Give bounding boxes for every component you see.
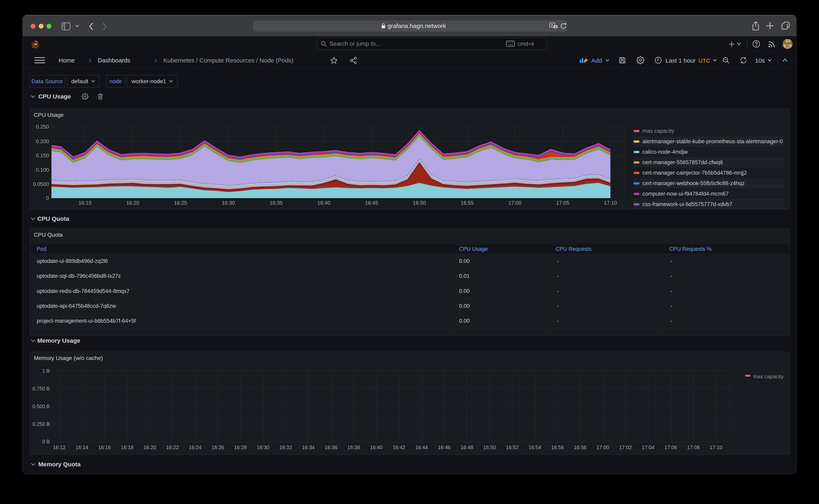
svg-text:0.250: 0.250	[36, 124, 49, 130]
svg-text:16:40: 16:40	[370, 445, 383, 450]
svg-text:16:52: 16:52	[506, 445, 519, 450]
svg-text:文: 文	[555, 26, 557, 28]
svg-text:16:30: 16:30	[222, 200, 235, 206]
svg-text:0 B: 0 B	[42, 439, 50, 444]
svg-text:16:50: 16:50	[413, 200, 426, 206]
svg-text:16:15: 16:15	[78, 200, 91, 206]
svg-text:16:38: 16:38	[347, 445, 360, 450]
svg-text:17:00: 17:00	[508, 200, 521, 206]
svg-text:16:54: 16:54	[529, 445, 541, 450]
svg-text:0.200: 0.200	[36, 138, 49, 144]
svg-text:17:00: 17:00	[597, 445, 609, 450]
svg-text:0.500 B: 0.500 B	[32, 403, 50, 409]
svg-text:16:35: 16:35	[269, 200, 282, 206]
svg-text:0.750 B: 0.750 B	[32, 386, 50, 391]
svg-text:16:55: 16:55	[461, 200, 474, 206]
svg-text:16:34: 16:34	[302, 445, 315, 450]
svg-text:16:45: 16:45	[365, 200, 378, 206]
svg-text:16:30: 16:30	[257, 445, 269, 450]
svg-text:17:04: 17:04	[642, 445, 655, 450]
svg-text:16:28: 16:28	[234, 445, 247, 450]
svg-text:16:24: 16:24	[189, 445, 201, 450]
svg-text:16:16: 16:16	[98, 445, 111, 450]
svg-text:16:14: 16:14	[76, 445, 88, 450]
svg-text:0.100: 0.100	[36, 167, 49, 173]
svg-text:0: 0	[46, 195, 49, 201]
svg-text:16:12: 16:12	[53, 445, 66, 450]
svg-text:0.150: 0.150	[36, 152, 49, 159]
svg-text:16:40: 16:40	[317, 200, 330, 206]
svg-text:16:58: 16:58	[574, 445, 587, 450]
svg-text:0.250 B: 0.250 B	[32, 421, 50, 427]
svg-text:16:32: 16:32	[279, 445, 292, 450]
svg-text:16:20: 16:20	[126, 200, 139, 206]
svg-text:16:20: 16:20	[143, 445, 156, 450]
svg-text:16:25: 16:25	[174, 200, 187, 206]
svg-text:16:46: 16:46	[438, 445, 451, 450]
svg-text:16:18: 16:18	[121, 445, 134, 450]
svg-text:16:42: 16:42	[392, 445, 405, 450]
svg-text:16:56: 16:56	[551, 445, 564, 450]
svg-text:17:02: 17:02	[619, 445, 632, 450]
svg-text:16:48: 16:48	[461, 445, 474, 450]
svg-text:max capacity: max capacity	[753, 373, 784, 380]
svg-text:17:10: 17:10	[710, 445, 723, 450]
svg-text:17:10: 17:10	[604, 200, 617, 206]
svg-text:16:26: 16:26	[211, 445, 224, 450]
svg-text:16:44: 16:44	[416, 445, 428, 450]
svg-text:16:50: 16:50	[483, 445, 496, 450]
svg-text:17:08: 17:08	[687, 445, 700, 450]
svg-text:17:05: 17:05	[556, 200, 569, 206]
svg-text:0.0500: 0.0500	[33, 181, 49, 187]
svg-text:16:22: 16:22	[166, 445, 179, 450]
svg-text:1 B: 1 B	[42, 368, 50, 374]
svg-text:A: A	[551, 23, 553, 27]
svg-text:16:36: 16:36	[325, 445, 337, 450]
svg-text:17:06: 17:06	[664, 445, 677, 450]
